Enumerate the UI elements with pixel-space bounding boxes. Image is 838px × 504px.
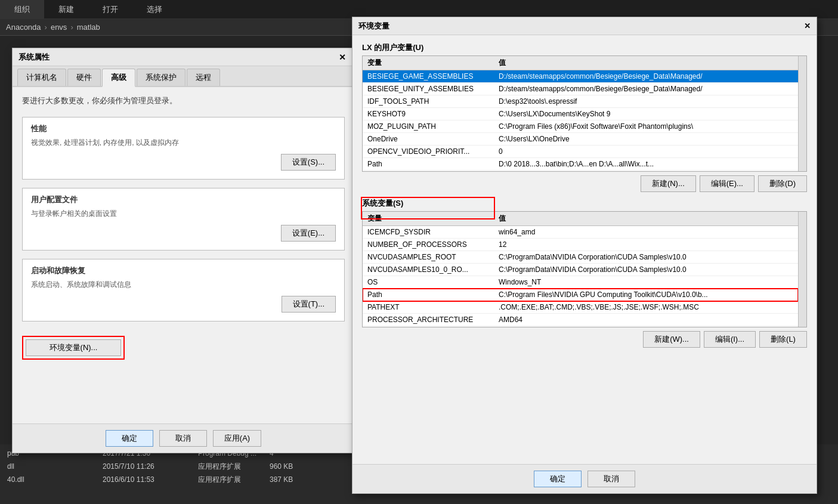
user-var-row[interactable]: KEYSHOT9C:\Users\LX\Documents\KeyShot 9 — [363, 108, 798, 120]
user-edit-button[interactable]: 编辑(E)... — [700, 175, 754, 192]
sys-var-row[interactable]: NUMBER_OF_PROCESSORS12 — [363, 239, 798, 251]
sys-var-row[interactable]: PROCESSOR_ARCHITECTUREAMD64 — [363, 314, 798, 326]
file-date: 2015/7/10 11:26 — [103, 462, 198, 471]
user-var-row[interactable]: BESIEGE_GAME_ASSEMBLIESD:/steam/steamapp… — [363, 70, 798, 83]
startup-section: 启动和故障恢复 系统启动、系统故障和调试信息 设置(T)... — [22, 259, 345, 321]
sys-var-value: C:\ProgramData\NVIDIA Corporation\CUDA S… — [494, 251, 798, 264]
breadcrumb-part-2[interactable]: matlab — [77, 23, 100, 32]
user-var-row[interactable]: BESIEGE_UNITY_ASSEMBLIESD:/steam/steamap… — [363, 83, 798, 95]
sys-var-value: .COM;.EXE;.BAT;.CMD;.VBS;.VBE;.JS;.JSE;.… — [494, 301, 798, 314]
user-profile-section: 用户配置文件 与登录帐户相关的桌面设置 设置(E)... — [22, 188, 345, 251]
sysprop-title: 系统属性 — [18, 52, 336, 63]
user-delete-button[interactable]: 删除(D) — [758, 175, 807, 192]
envvar-content: LX 的用户变量(U) 变量 值 BESIEGE_GAME_ASSEMBLIES… — [352, 35, 817, 464]
menu-select[interactable]: 选择 — [132, 0, 177, 18]
sysprop-ok-button[interactable]: 确定 — [106, 430, 153, 447]
env-btn-box: 环境变量(N)... — [22, 336, 125, 360]
breadcrumb-sep-1: › — [70, 23, 73, 32]
env-btn-area: 1 环境变量(N)... — [22, 336, 345, 360]
sys-section-title: 系统变量(S) — [362, 198, 807, 209]
user-profile-desc: 与登录帐户相关的桌面设置 — [31, 209, 336, 219]
user-var-value: D:\0 2018...3...bat\bin;D:\A...en D:\A..… — [494, 158, 798, 171]
user-var-name: OneDrive — [363, 133, 494, 146]
sys-vars-table-container: 变量 值 ICEMCFD_SYSDIRwin64_amdNUMBER_OF_PR… — [362, 211, 807, 327]
tab-computer-name[interactable]: 计算机名 — [17, 69, 66, 86]
sys-edit-button[interactable]: 编辑(I)... — [704, 331, 756, 348]
file-type: 应用程序扩展 — [198, 462, 270, 472]
sysprop-apply-button[interactable]: 应用(A) — [213, 430, 261, 447]
envvar-close-button[interactable]: ✕ — [804, 21, 811, 30]
performance-desc: 视觉效果, 处理器计划, 内存使用, 以及虚拟内存 — [31, 138, 336, 148]
sys-var-value: win64_amd — [494, 226, 798, 239]
breadcrumb-part-0[interactable]: Anaconda — [6, 23, 41, 32]
menu-new[interactable]: 新建 — [44, 0, 88, 18]
sysprop-close-button[interactable]: ✕ — [336, 51, 348, 63]
user-var-value: 0 — [494, 146, 798, 158]
user-var-name: OPENCV_VIDEOIO_PRIORIT... — [363, 146, 494, 158]
performance-section: 性能 视觉效果, 处理器计划, 内存使用, 以及虚拟内存 设置(S)... — [22, 117, 345, 180]
system-properties-dialog: 系统属性 ✕ 计算机名 硬件 高级 系统保护 远程 要进行大多数更改，你必须作为… — [12, 48, 355, 453]
sysprop-footer: 确定 取消 应用(A) — [13, 423, 354, 453]
user-var-name: KEYSHOT9 — [363, 108, 494, 120]
sys-var-value: C:\Program Files\NVIDIA GPU Computing To… — [494, 289, 798, 301]
user-new-button[interactable]: 新建(N)... — [641, 175, 696, 192]
user-var-row[interactable]: PathD:\0 2018...3...bat\bin;D:\A...en D:… — [363, 158, 798, 171]
tab-hardware[interactable]: 硬件 — [67, 69, 101, 86]
tab-system-protection[interactable]: 系统保护 — [137, 69, 185, 86]
user-vars-scrollbar[interactable] — [798, 56, 806, 171]
tab-remote[interactable]: 远程 — [187, 69, 220, 86]
menu-open[interactable]: 打开 — [88, 0, 132, 18]
envvar-cancel-button[interactable]: 取消 — [587, 471, 635, 487]
file-size: 960 KB — [270, 462, 317, 471]
sysprop-titlebar: 系统属性 ✕ — [13, 48, 354, 66]
env-variables-dialog: 环境变量 ✕ LX 的用户变量(U) 变量 值 BESIEGE_G — [352, 17, 817, 494]
sys-var-row[interactable]: ICEMCFD_SYSDIRwin64_amd — [363, 226, 798, 239]
user-var-row[interactable]: MOZ_PLUGIN_PATHC:\Program Files (x86)\Fo… — [363, 120, 798, 133]
sysprop-cancel-button[interactable]: 取消 — [159, 430, 207, 447]
user-profile-label: 用户配置文件 — [31, 194, 336, 205]
user-var-value: D:/steam/steamapps/common/Besiege/Besieg… — [494, 70, 798, 83]
breadcrumb-part-1[interactable]: envs — [51, 23, 67, 32]
sys-var-name: NVCUDASAMPLES_ROOT — [363, 251, 494, 264]
user-vars-scroll-content: 变量 值 BESIEGE_GAME_ASSEMBLIESD:/steam/ste… — [363, 56, 798, 171]
user-var-row[interactable]: OPENCV_VIDEOIO_PRIORIT...0 — [363, 146, 798, 158]
user-var-name: MOZ_PLUGIN_PATH — [363, 120, 494, 133]
envvar-footer: 确定 取消 — [352, 464, 817, 493]
user-var-name: BESIEGE_GAME_ASSEMBLIES — [363, 70, 494, 83]
sys-var-row[interactable]: NVCUDASAMPLES_ROOTC:\ProgramData\NVIDIA … — [363, 251, 798, 264]
user-vars-table: 变量 值 BESIEGE_GAME_ASSEMBLIESD:/steam/ste… — [363, 56, 798, 171]
user-var-name: BESIEGE_UNITY_ASSEMBLIES — [363, 83, 494, 95]
sys-var-row[interactable]: PATHEXT.COM;.EXE;.BAT;.CMD;.VBS;.VBE;.JS… — [363, 301, 798, 314]
sys-delete-button[interactable]: 删除(L) — [759, 331, 807, 348]
performance-label: 性能 — [31, 123, 336, 134]
sys-var-row[interactable]: PathC:\Program Files\NVIDIA GPU Computin… — [363, 289, 798, 301]
user-var-row[interactable]: IDF_TOOLS_PATHD:\esp32\tools\.espressif — [363, 95, 798, 108]
sys-var-col-header: 变量 — [363, 212, 494, 226]
user-profile-settings-button[interactable]: 设置(E)... — [281, 225, 336, 242]
envvar-titlebar: 环境变量 ✕ — [352, 17, 817, 35]
sysprop-content: 要进行大多数更改，你必须作为管理员登录。 性能 视觉效果, 处理器计划, 内存使… — [13, 87, 354, 423]
sys-vars-scrollbar[interactable] — [798, 212, 806, 327]
user-var-value: C:\Program Files (x86)\Foxit Software\Fo… — [494, 120, 798, 133]
user-vars-table-container: 变量 值 BESIEGE_GAME_ASSEMBLIESD:/steam/ste… — [362, 55, 807, 172]
envvar-ok-button[interactable]: 确定 — [534, 471, 582, 487]
sys-var-name: PROCESSOR_ARCHITECTURE — [363, 314, 494, 326]
user-var-value: D:\esp32\tools\.espressif — [494, 95, 798, 108]
performance-settings-button[interactable]: 设置(S)... — [281, 154, 336, 171]
user-var-value: D:/steam/steamapps/common/Besiege/Besieg… — [494, 83, 798, 95]
sys-var-name: PATHEXT — [363, 301, 494, 314]
user-var-row[interactable]: OneDriveC:\Users\LX\OneDrive — [363, 133, 798, 146]
tab-advanced[interactable]: 高级 — [102, 69, 135, 87]
environment-variables-button[interactable]: 环境变量(N)... — [26, 339, 121, 356]
sys-var-row[interactable]: OSWindows_NT — [363, 276, 798, 289]
sys-new-button[interactable]: 新建(W)... — [643, 331, 700, 348]
file-name: 40.dll — [7, 475, 103, 484]
menu-organize[interactable]: 组织 — [0, 0, 44, 18]
user-var-name: IDF_TOOLS_PATH — [363, 95, 494, 108]
user-var-value: C:\Users\LX\OneDrive — [494, 133, 798, 146]
user-vars-buttons: 新建(N)... 编辑(E)... 删除(D) — [362, 175, 807, 192]
sys-var-row[interactable]: NVCUDASAMPLES10_0_RO...C:\ProgramData\NV… — [363, 264, 798, 276]
user-val-col-header: 值 — [494, 56, 798, 70]
startup-settings-button[interactable]: 设置(T)... — [282, 296, 336, 313]
sys-var-name: OS — [363, 276, 494, 289]
